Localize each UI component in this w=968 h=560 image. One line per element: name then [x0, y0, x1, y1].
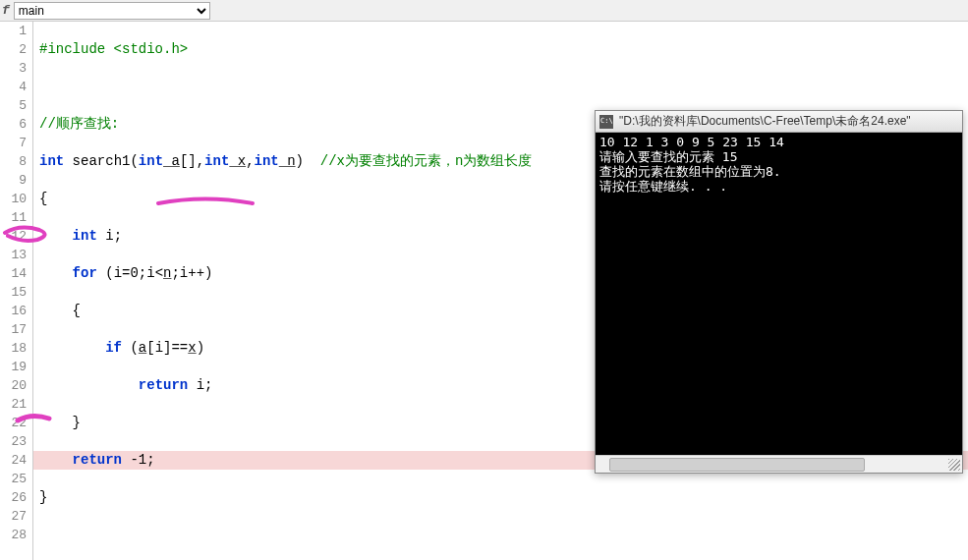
console-title-text: "D:\我的资料库\Documents\C-Free\Temp\未命名24.ex… — [619, 113, 911, 130]
console-icon — [599, 115, 613, 129]
console-output: 10 12 1 3 0 9 5 23 15 14 请输入要查找的元素 15 查找… — [596, 133, 962, 455]
console-titlebar[interactable]: "D:\我的资料库\Documents\C-Free\Temp\未命名24.ex… — [596, 111, 962, 133]
function-icon: f — [2, 3, 10, 18]
line-gutter: 1234567891011121314151617181920212223242… — [0, 22, 33, 560]
console-window: "D:\我的资料库\Documents\C-Free\Temp\未命名24.ex… — [595, 110, 963, 474]
toolbar: f main — [0, 0, 968, 22]
scrollbar-thumb[interactable] — [609, 458, 865, 472]
function-select[interactable]: main — [14, 2, 210, 20]
console-scrollbar[interactable] — [596, 455, 962, 473]
resize-grip[interactable] — [948, 459, 960, 471]
